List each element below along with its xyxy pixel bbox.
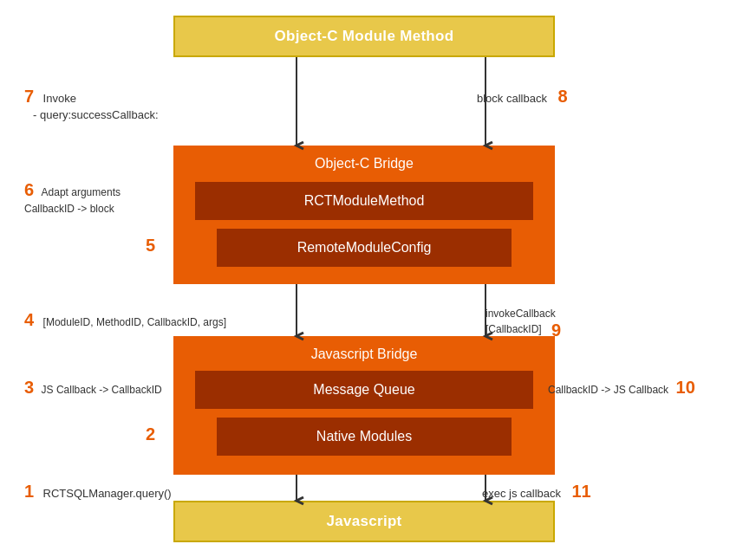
native-modules-label: Native Modules	[316, 429, 412, 444]
annotation-3: 3 JS Callback -> CallbackID	[24, 378, 162, 398]
objc-bridge-title: Object-C Bridge	[173, 156, 555, 172]
javascript-box: Javascript	[173, 501, 555, 542]
objc-module-box: Object-C Module Method	[173, 16, 555, 57]
objc-module-label: Object-C Module Method	[275, 28, 454, 45]
remote-module-box: RemoteModuleConfig	[217, 229, 512, 267]
annotation-6: 6 Adapt arguments CallbackID -> block	[24, 180, 121, 216]
rct-module-box: RCTModuleMethod	[195, 182, 533, 220]
annotation-1: 1 RCTSQLManager.query()	[24, 482, 172, 502]
diagram-container: Object-C Module Method Object-C Bridge R…	[0, 0, 756, 557]
annotation-2: 2	[146, 424, 155, 444]
remote-module-label: RemoteModuleConfig	[297, 240, 432, 256]
annotation-8: block callback 8	[477, 87, 568, 107]
js-bridge-title: Javascript Bridge	[173, 347, 555, 362]
annotation-11: exec js callback 11	[482, 482, 591, 502]
native-modules-box: Native Modules	[217, 418, 512, 456]
annotation-7: 7 Invoke - query:successCallback:	[24, 87, 159, 122]
annotation-10: CallbackID -> JS Callback 10	[548, 378, 695, 398]
annotation-4: 4 [ModuleID, MethodID, CallbackID, args]	[24, 310, 226, 330]
javascript-label: Javascript	[326, 513, 401, 530]
annotation-9: invokeCallback [CallbackID] 9	[486, 305, 561, 340]
message-queue-box: Message Queue	[195, 371, 533, 409]
annotation-5: 5	[146, 236, 155, 256]
rct-module-label: RCTModuleMethod	[304, 193, 425, 209]
message-queue-label: Message Queue	[313, 382, 414, 398]
